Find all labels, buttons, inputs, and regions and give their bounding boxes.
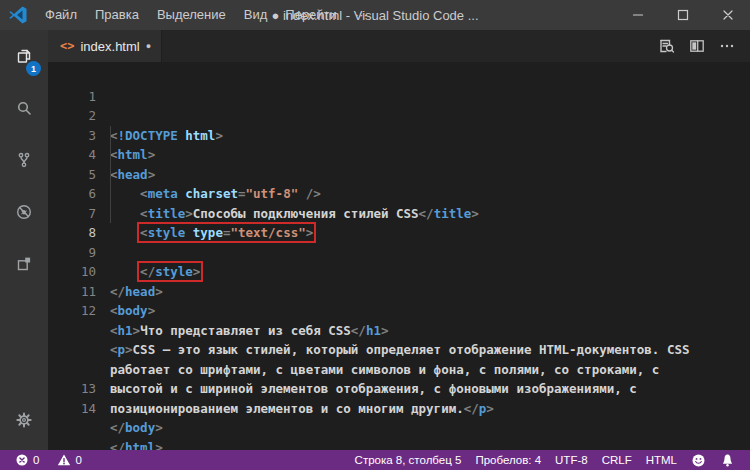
code-line[interactable]: 6 <style type="text/css"> — [48, 165, 750, 185]
code-line[interactable]: 3 <head> — [48, 106, 750, 126]
status-item[interactable]: Пробелов: 4 — [468, 450, 548, 470]
status-text: UTF-8 — [555, 454, 588, 466]
menu-···[interactable]: ··· — [346, 0, 377, 30]
vscode-logo-icon — [8, 5, 28, 25]
debug-disabled-icon — [16, 204, 32, 220]
code-line[interactable]: 9 </head> — [48, 223, 750, 243]
indent-guide — [110, 165, 111, 185]
code-line[interactable]: 7 — [48, 184, 750, 204]
open-preview-button[interactable] — [654, 33, 680, 59]
activity-item-extensions[interactable] — [0, 238, 48, 290]
code-line[interactable]: позиционированием элементов и со многим … — [48, 340, 750, 360]
code-line[interactable]: 5 <title>Способы подключения стилей CSS<… — [48, 145, 750, 165]
activity-bar: 1 — [0, 30, 48, 450]
menu-Вид[interactable]: Вид — [235, 0, 277, 30]
code-line[interactable]: 10 <body> — [48, 243, 750, 263]
status-text: Пробелов: 4 — [475, 454, 541, 466]
status-item-error[interactable]: 0 — [8, 450, 46, 470]
activity-item-source-control[interactable] — [0, 134, 48, 186]
status-item-feedback-smiley[interactable] — [684, 450, 713, 470]
tabs: <> index.html ● — [48, 30, 162, 62]
activity-bar-bottom — [0, 394, 48, 446]
editor-actions — [654, 30, 750, 62]
code-line[interactable]: 4 <meta charset="utf-8" /> — [48, 126, 750, 146]
menu-bar: ФайлПравкаВыделениеВидПерейти··· — [36, 0, 377, 30]
split-editor-button[interactable] — [684, 33, 710, 59]
code-line[interactable]: работает со шрифтами, с цветами символов… — [48, 301, 750, 321]
close-button[interactable] — [705, 0, 750, 30]
badge: 1 — [26, 61, 41, 76]
indent-guide — [110, 145, 111, 165]
code-line[interactable]: 14 </html> — [48, 379, 750, 399]
status-bar-left: 0 0 — [8, 450, 89, 470]
window-controls — [615, 0, 750, 30]
code-line[interactable]: 2 <html> — [48, 87, 750, 107]
gear-icon — [16, 412, 32, 428]
status-text: 0 — [75, 454, 81, 466]
menu-Перейти[interactable]: Перейти — [276, 0, 346, 30]
status-bar-right: Строка 8, столбец 5 Пробелов: 4 UTF-8 CR… — [348, 450, 742, 470]
line-content: позиционированием элементов и со многим … — [110, 399, 746, 419]
menu-Файл[interactable]: Файл — [36, 0, 86, 30]
code-line[interactable]: 12 <p>CSS — это язык стилей, который опр… — [48, 282, 750, 302]
maximize-button[interactable] — [660, 0, 705, 30]
status-text: 0 — [33, 454, 39, 466]
status-item[interactable]: HTML — [639, 450, 684, 470]
activity-item-gear[interactable] — [0, 394, 48, 446]
status-item[interactable]: UTF-8 — [548, 450, 595, 470]
title-bar: ФайлПравкаВыделениеВидПерейти··· ● index… — [0, 0, 750, 30]
code-line[interactable]: высотой и с шириной элементов отображени… — [48, 321, 750, 341]
search-icon — [16, 100, 32, 116]
status-item-bell[interactable] — [713, 450, 742, 470]
code-line[interactable]: 13 </body> — [48, 360, 750, 380]
menu-Правка[interactable]: Правка — [86, 0, 148, 30]
activity-item-debug-disabled[interactable] — [0, 186, 48, 238]
tab-bar: <> index.html ● — [48, 30, 750, 62]
status-item[interactable]: Строка 8, столбец 5 — [348, 450, 469, 470]
code-line[interactable]: 1 <!DOCTYPE html> — [48, 67, 750, 87]
vscode-window: ФайлПравкаВыделениеВидПерейти··· ● index… — [0, 0, 750, 470]
activity-item-files[interactable]: 1 — [0, 30, 48, 82]
activity-item-search[interactable] — [0, 82, 48, 134]
code-editor[interactable]: 1 <!DOCTYPE html> 2 <html> 3 <head> 4 <m… — [48, 62, 750, 450]
line-content: </html> — [110, 438, 746, 451]
status-text: CRLF — [602, 454, 632, 466]
indent-guide — [110, 126, 111, 146]
status-text: Строка 8, столбец 5 — [355, 454, 462, 466]
more-actions-button[interactable] — [714, 33, 740, 59]
line-content: </body> — [110, 418, 746, 438]
indent-guide — [110, 204, 111, 224]
minimize-button[interactable] — [615, 0, 660, 30]
menu-Выделение[interactable]: Выделение — [148, 0, 235, 30]
activity-bar-items: 1 — [0, 30, 48, 290]
status-item-warning[interactable]: 0 — [50, 450, 88, 470]
indent-guide — [110, 184, 111, 204]
tab-index.html[interactable]: <> index.html ● — [48, 30, 162, 62]
code-line[interactable]: 8 </style> — [48, 204, 750, 224]
status-bar: 0 0 Строка 8, столбец 5 Пробелов: 4 UTF-… — [0, 450, 750, 470]
tab-label: index.html — [80, 39, 139, 54]
code-line[interactable]: 11 <h1>Что представляет из себя CSS</h1> — [48, 262, 750, 282]
extensions-icon — [16, 256, 32, 272]
status-text: HTML — [646, 454, 677, 466]
source-control-icon — [16, 152, 32, 168]
html-file-icon: <> — [60, 39, 74, 53]
line-number: 14 — [48, 399, 96, 419]
modified-dot-icon[interactable]: ● — [146, 41, 151, 51]
status-item[interactable]: CRLF — [595, 450, 639, 470]
